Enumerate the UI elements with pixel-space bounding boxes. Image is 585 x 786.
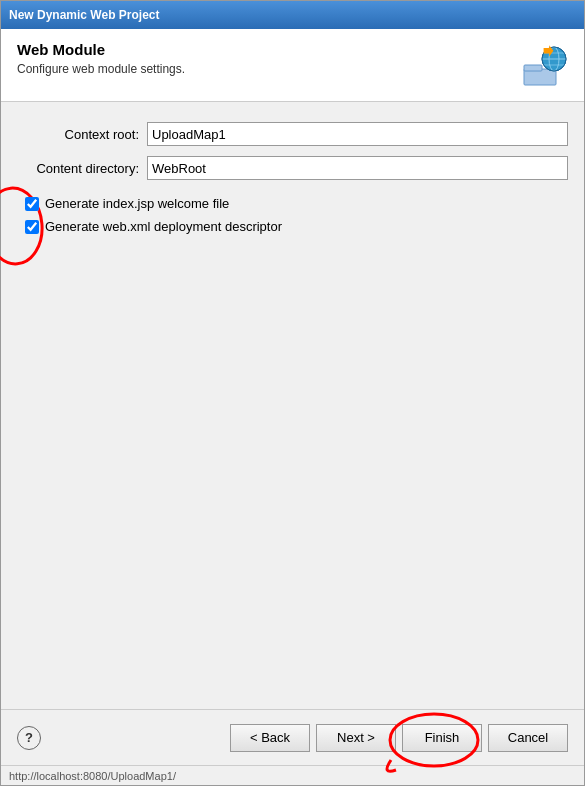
svg-rect-1 <box>524 65 542 71</box>
bottom-bar: ? < Back Next > Finish Cancel <box>1 709 584 765</box>
globe-svg-icon <box>520 41 568 89</box>
help-button[interactable]: ? <box>17 726 41 750</box>
generate-webxml-label[interactable]: Generate web.xml deployment descriptor <box>45 219 282 234</box>
bottom-left: ? <box>17 726 41 750</box>
header-title: Web Module <box>17 41 185 58</box>
header-subtitle: Configure web module settings. <box>17 62 185 76</box>
header-section: Web Module Configure web module settings… <box>1 29 584 102</box>
header-icon <box>520 41 568 89</box>
generate-index-checkbox[interactable] <box>25 197 39 211</box>
bottom-right: < Back Next > Finish Cancel <box>230 724 568 752</box>
status-text: http://localhost:8080/UploadMap1/ <box>9 770 176 782</box>
title-bar-label: New Dynamic Web Project <box>9 8 160 22</box>
generate-webxml-row: Generate web.xml deployment descriptor <box>25 219 568 234</box>
content-area: Context root: Content directory: Generat… <box>1 102 584 709</box>
back-button[interactable]: < Back <box>230 724 310 752</box>
dialog: New Dynamic Web Project Web Module Confi… <box>0 0 585 786</box>
content-directory-input[interactable] <box>147 156 568 180</box>
next-button[interactable]: Next > <box>316 724 396 752</box>
generate-webxml-checkbox[interactable] <box>25 220 39 234</box>
header-text: Web Module Configure web module settings… <box>17 41 185 76</box>
content-directory-label: Content directory: <box>17 161 147 176</box>
generate-index-row: Generate index.jsp welcome file <box>25 196 568 211</box>
finish-button[interactable]: Finish <box>402 724 482 752</box>
cancel-button[interactable]: Cancel <box>488 724 568 752</box>
generate-index-label[interactable]: Generate index.jsp welcome file <box>45 196 229 211</box>
context-root-label: Context root: <box>17 127 147 142</box>
status-bar: http://localhost:8080/UploadMap1/ <box>1 765 584 785</box>
content-directory-row: Content directory: <box>17 156 568 180</box>
context-root-row: Context root: <box>17 122 568 146</box>
title-bar: New Dynamic Web Project <box>1 1 584 29</box>
context-root-input[interactable] <box>147 122 568 146</box>
checkbox-area: Generate index.jsp welcome file Generate… <box>17 196 568 234</box>
